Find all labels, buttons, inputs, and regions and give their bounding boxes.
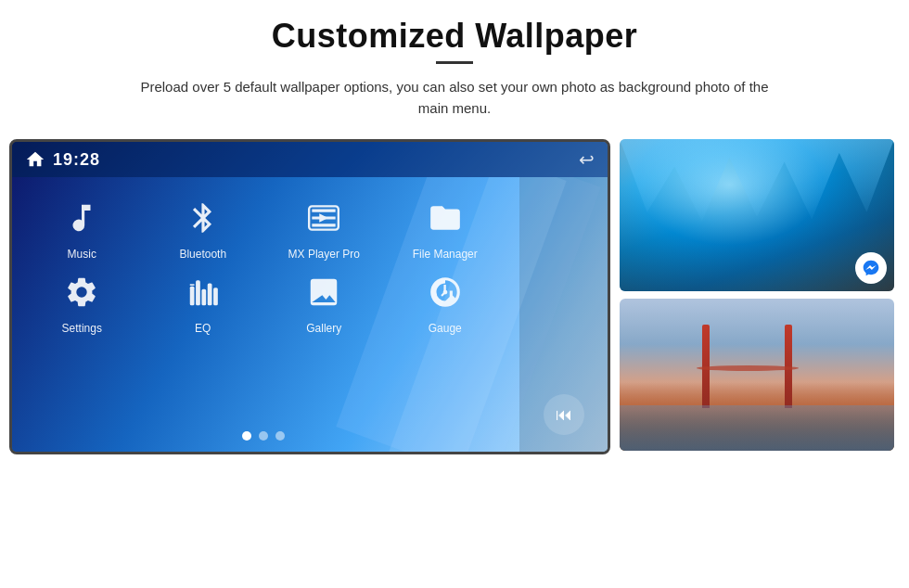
app-gallery-label: Gallery [306,322,341,335]
gauge-icon [428,275,463,310]
svg-rect-4 [201,289,206,305]
app-eq-label: EQ [195,322,211,335]
photo-golden-gate [620,299,894,451]
skip-back-button[interactable]: ⏮ [544,394,584,435]
page-wrapper: Customized Wallpaper Preload over 5 defa… [0,0,909,588]
svg-rect-6 [213,288,218,305]
eq-icon [186,275,221,310]
settings-icon-box [58,268,106,316]
page-subtitle: Preload over 5 default wallpaper options… [130,77,779,119]
gauge-icon-box [421,268,469,316]
svg-marker-1 [320,213,329,223]
back-icon[interactable]: ↩ [579,148,595,171]
gallery-icon-box [300,268,348,316]
mxplayer-icon-box [300,194,348,242]
svg-rect-5 [208,284,212,306]
filemanager-icon-box [421,194,469,242]
page-title: Customized Wallpaper [272,17,638,56]
music-icon-box [58,194,106,242]
app-gauge-label: Gauge [429,322,462,335]
screen-topbar: 19:28 ↩ [12,142,608,177]
apps-grid: Music Bluetooth MX Player Pro [12,186,515,342]
messenger-svg [862,259,880,277]
settings-icon [64,275,99,310]
pagination-dots [12,431,515,441]
app-music-label: Music [68,248,96,261]
app-filemanager[interactable]: File Manager [385,194,506,261]
car-screen: 19:28 ↩ Music [9,139,610,454]
app-music[interactable]: Music [21,194,143,261]
app-bluetooth-label: Bluetooth [179,248,226,261]
photos-column [620,139,894,451]
right-controls: ⏮ [519,177,608,452]
bluetooth-icon-box [179,194,227,242]
mxplayer-icon [306,200,341,236]
app-settings[interactable]: Settings [21,268,143,335]
photo-ice-cave [620,139,894,291]
app-settings-label: Settings [62,322,102,335]
screen-background: Music Bluetooth MX Player Pro [12,177,608,452]
gallery-icon [306,275,341,310]
app-gauge[interactable]: Gauge [385,268,506,335]
home-icon[interactable] [25,149,45,170]
dot-1[interactable] [242,431,251,441]
music-icon [64,200,99,236]
topbar-left: 19:28 [25,149,100,170]
title-divider [436,61,473,64]
bridge-cable [697,365,799,371]
eq-icon-box [179,268,227,316]
app-mxplayer[interactable]: MX Player Pro [263,194,385,261]
app-mxplayer-label: MX Player Pro [288,248,360,261]
svg-rect-3 [196,280,200,305]
bluetooth-icon [186,200,221,236]
dot-2[interactable] [259,431,268,441]
file-manager-icon [428,200,463,236]
screen-time: 19:28 [53,150,100,170]
app-gallery[interactable]: Gallery [263,268,385,335]
app-eq[interactable]: EQ [143,268,264,335]
content-row: 19:28 ↩ Music [9,139,900,454]
app-bluetooth[interactable]: Bluetooth [143,194,264,261]
messenger-icon [855,252,887,284]
svg-rect-2 [190,287,195,306]
app-filemanager-label: File Manager [413,248,478,261]
dot-3[interactable] [275,431,285,441]
